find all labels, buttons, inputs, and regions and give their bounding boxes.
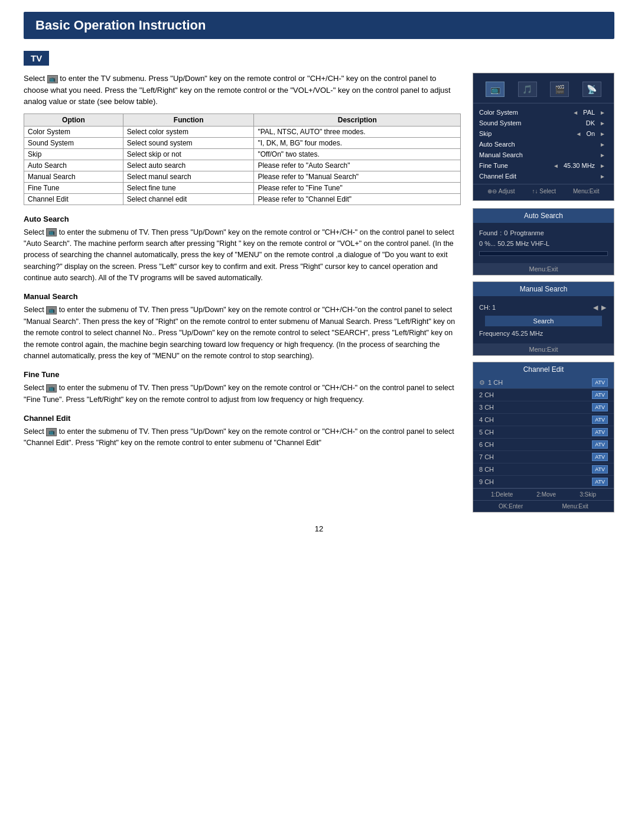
channel-edit-footer-2: OK:Enter Menu:Exit [473, 500, 614, 512]
fine-tune-title: Fine Tune [24, 370, 461, 379]
tv-menu-row: Manual Search► [473, 150, 614, 160]
table-cell-2: Please refer to "Manual Search" [254, 171, 461, 182]
tv-menu-row-label: Color System [479, 109, 570, 116]
search-button[interactable]: Search [485, 316, 602, 326]
table-cell-2: Please refer to "Channel Edit" [254, 193, 461, 205]
tv-menu-row-label: Fine Tune [479, 162, 551, 169]
tv-menu-value: On [586, 130, 595, 137]
channel-row[interactable]: 2 CHATV [473, 389, 614, 401]
footer-delete: 1:Delete [491, 491, 513, 498]
manual-search-panel: Manual Search CH: 1 ◄► Search Frequency … [473, 281, 614, 356]
channel-badge: ATV [592, 440, 608, 449]
tv-footer-adjust: ⊕⊖ Adjust [487, 188, 515, 194]
channel-row[interactable]: 3 CHATV [473, 401, 614, 414]
footer-menu-exit: Menu:Exit [562, 503, 588, 510]
channel-row[interactable]: 9 CHATV [473, 476, 614, 488]
table-cell-0: Auto Search [24, 160, 123, 171]
tv-menu-row: Sound SystemDK► [473, 118, 614, 128]
channel-row[interactable]: 6 CHATV [473, 439, 614, 451]
right-column: 📺 🎵 🎬 📡 Color System◄PAL►Sound SystemDK►… [473, 73, 614, 513]
option-table: Option Function Description Color System… [24, 113, 461, 205]
tv-arrow-right: ► [600, 163, 606, 169]
channel-badge: ATV [592, 478, 608, 486]
channel-badge: ATV [592, 416, 608, 424]
table-cell-2: "Off/On" two states. [254, 148, 461, 160]
fine-tune-body: Select 📺 to enter the submenu of TV. The… [24, 382, 461, 406]
tv-menu-row-label: Sound System [479, 119, 579, 127]
tv-arrow-left: ◄ [576, 131, 582, 137]
table-cell-0: Color System [24, 126, 123, 137]
channel-badge: ATV [592, 453, 608, 461]
table-header-description: Description [254, 113, 461, 126]
manual-ch-row: CH: 1 ◄► [479, 301, 608, 314]
tv-footer-select: ↑↓ Select [532, 188, 556, 194]
channel-badge: ATV [592, 428, 608, 436]
table-cell-0: Channel Edit [24, 193, 123, 205]
table-header-option: Option [24, 113, 123, 126]
page-header: Basic Operation Instruction [24, 12, 614, 39]
tv-menu-row: Fine Tune◄45.30 MHz► [473, 160, 614, 171]
channel-row[interactable]: 7 CHATV [473, 451, 614, 463]
tv-arrow-right: ► [600, 141, 606, 148]
tv-icon-2: 🎬 [550, 82, 569, 97]
tv-menu-panel: 📺 🎵 🎬 📡 Color System◄PAL►Sound SystemDK►… [473, 73, 614, 201]
table-cell-1: Select auto search [123, 160, 254, 171]
table-cell-0: Skip [24, 148, 123, 160]
left-column: Select 📺 to enter the TV submenu. Press … [24, 73, 461, 513]
channel-row[interactable]: ⚙ 1 CHATV [473, 377, 614, 389]
page-number: 12 [24, 524, 614, 533]
manual-search-menu-exit[interactable]: Menu:Exit [473, 343, 614, 355]
table-cell-0: Sound System [24, 137, 123, 148]
table-cell-1: Select skip or not [123, 148, 254, 160]
table-row: Auto SearchSelect auto searchPlease refe… [24, 160, 461, 171]
tv-menu-row-label: Skip [479, 130, 574, 137]
channel-badge: ATV [592, 378, 608, 387]
channel-number: 4 CH [479, 416, 509, 423]
auto-search-freq-row: 0 %... 50.25 MHz VHF-L [479, 238, 608, 249]
channel-number: 3 CH [479, 404, 509, 411]
channel-edit-body: Select 📺 to enter the submenu of TV. The… [24, 426, 461, 449]
channel-number: 8 CH [479, 466, 509, 473]
table-cell-2: "PAL, NTSC, AUTO" three modes. [254, 126, 461, 137]
tv-menu-value: DK [586, 119, 595, 127]
tv-menu-row-label: Channel Edit [479, 173, 588, 180]
channel-row[interactable]: 4 CHATV [473, 414, 614, 426]
channel-edit-panel: Channel Edit ⚙ 1 CHATV2 CHATV3 CHATV4 CH… [473, 362, 614, 513]
tv-menu-row: Skip◄On► [473, 128, 614, 139]
tv-menu-footer: ⊕⊖ Adjust ↑↓ Select Menu:Exit [473, 184, 614, 196]
table-row: SkipSelect skip or not"Off/On" two state… [24, 148, 461, 160]
channel-number: 7 CH [479, 453, 509, 460]
channel-row[interactable]: 8 CHATV [473, 463, 614, 476]
tv-arrow-right: ► [600, 109, 606, 116]
manual-search-panel-title: Manual Search [473, 282, 614, 296]
progress-bar-container [479, 251, 608, 256]
auto-search-title: Auto Search [24, 215, 461, 223]
footer-move: 2:Move [536, 491, 556, 498]
tv-menu-row: Color System◄PAL► [473, 107, 614, 118]
tv-menu-value: 45.30 MHz [564, 162, 595, 169]
channel-number: 9 CH [479, 478, 509, 485]
table-row: Sound SystemSelect sound system"I, DK, M… [24, 137, 461, 148]
tv-arrow-right: ► [600, 120, 606, 127]
channel-number: 6 CH [479, 441, 509, 448]
manual-search-panel-body: CH: 1 ◄► Search Frequency 45.25 MHz [473, 296, 614, 343]
channel-badge: ATV [592, 465, 608, 473]
table-row: Manual SearchSelect manul searchPlease r… [24, 171, 461, 182]
auto-search-panel-title: Auto Search [473, 209, 614, 223]
tv-menu-row-label: Manual Search [479, 151, 588, 158]
channel-row[interactable]: 5 CHATV [473, 426, 614, 439]
tv-menu-row: Channel Edit► [473, 171, 614, 181]
tv-arrow-right: ► [600, 152, 606, 158]
tv-menu-value: PAL [583, 109, 595, 116]
tv-arrow-right: ► [600, 131, 606, 137]
table-cell-1: Select channel edit [123, 193, 254, 205]
table-cell-2: "I, DK, M, BG" four modes. [254, 137, 461, 148]
auto-search-panel: Auto Search Found : 0 Progtranme 0 %... … [473, 208, 614, 275]
tv-arrow-right: ► [600, 173, 606, 180]
channel-badge: ATV [592, 391, 608, 399]
intro-text: Select 📺 to enter the TV submenu. Press … [24, 73, 461, 108]
main-content: Select 📺 to enter the TV submenu. Press … [24, 73, 614, 513]
table-cell-0: Fine Tune [24, 182, 123, 193]
auto-search-panel-body: Found : 0 Progtranme 0 %... 50.25 MHz VH… [473, 223, 614, 263]
auto-search-menu-exit[interactable]: Menu:Exit [473, 263, 614, 275]
